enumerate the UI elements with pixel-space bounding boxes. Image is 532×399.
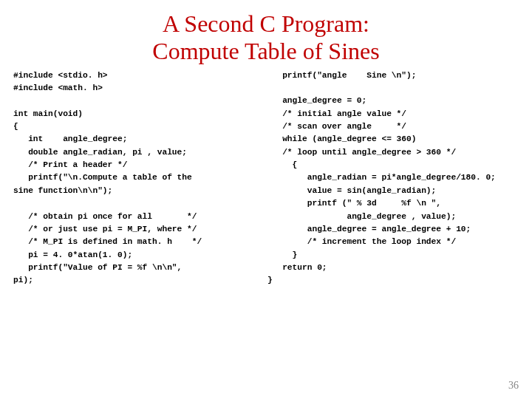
slide: A Second C Program: Compute Table of Sin…	[0, 0, 532, 399]
code-column-right: printf("angle Sine \n"); angle_degree = …	[267, 69, 519, 287]
slide-title: A Second C Program: Compute Table of Sin…	[0, 0, 532, 69]
title-line-2: Compute Table of Sines	[152, 38, 379, 64]
page-number: 36	[508, 380, 519, 392]
code-column-left: #include <stdio. h> #include <math. h> i…	[13, 69, 265, 287]
code-columns: #include <stdio. h> #include <math. h> i…	[0, 69, 532, 287]
title-line-1: A Second C Program:	[163, 10, 369, 37]
